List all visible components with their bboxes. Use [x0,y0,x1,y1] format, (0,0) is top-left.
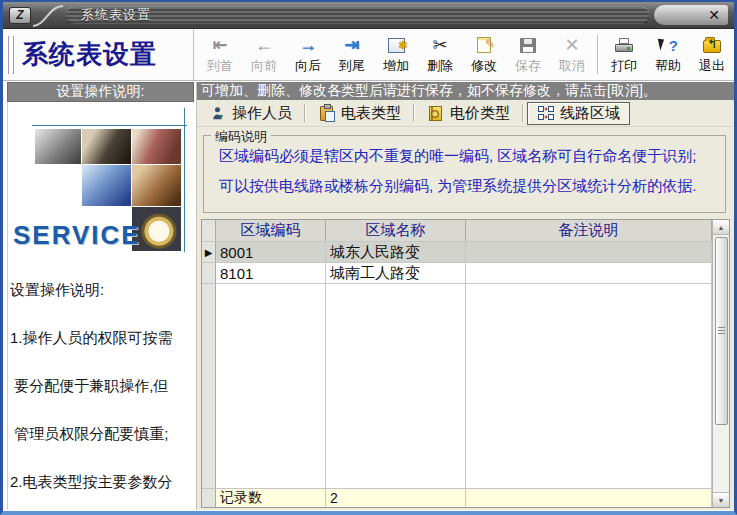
help-button[interactable]: ? 帮助 [646,29,690,80]
instructions-text: 设置操作说明: 1.操作人员的权限可按需 要分配便于兼职操作,但 管理员权限分配… [10,250,194,510]
first-record-button[interactable]: ⇤ 到首 [198,29,242,80]
column-header-note[interactable]: 备注说明 [466,220,712,241]
groupbox-title: 编码说明 [211,128,271,146]
region-blocks-icon [537,105,554,122]
edit-note-icon: ✎ [477,34,491,56]
prev-record-button[interactable]: ← 向前 [242,29,286,80]
tab-separator [413,104,415,122]
scrollbar-thumb[interactable] [715,237,728,425]
tab-operators[interactable]: 操作人员 [200,102,301,125]
column-header-code[interactable]: 区域编码 [216,220,326,241]
toolbar-gripper [6,36,9,74]
main-area: 设置操作说明: SERVICE 设置操作说明: 1.操作人员的权限可按需 要分配… [3,81,734,511]
cell-name: 城东人民路变 [326,242,466,262]
collage-keyboard-image [82,165,131,206]
delete-button[interactable]: ✂ 删除 [418,29,462,80]
category-tabs: 操作人员 电表类型 电价类型 [197,100,734,127]
add-button[interactable]: ✱ 增加 [374,29,418,80]
price-book-icon [427,105,444,122]
person-icon [209,105,226,122]
grid-body: 区域编码 区域名称 备注说明 ▶ 8001 城东人民路变 8101 城南工人路变 [202,220,712,507]
printer-icon [615,34,633,56]
cancel-button[interactable]: ✕ 取消 [550,29,594,80]
titlebar-curve-left [31,2,65,28]
sidebar: 设置操作说明: SERVICE 设置操作说明: 1.操作人员的权限可按需 要分配… [7,82,194,510]
cell-note [466,242,712,262]
vertical-scrollbar[interactable]: ▲ ▼ [712,220,729,507]
decor-line-vertical [184,108,185,252]
print-button[interactable]: 打印 [602,29,646,80]
titlebar: Z 系统表设置 ✕ [3,2,734,29]
first-record-icon: ⇤ [212,34,227,56]
decor-line-horizontal [32,125,187,126]
add-grid-icon: ✱ [388,34,405,56]
next-record-button[interactable]: → 向后 [286,29,330,80]
grid-empty-area [202,284,712,488]
collage-hand-image [132,165,181,206]
tab-price-types[interactable]: 电价类型 [418,102,519,125]
cell-note [466,263,712,283]
clipboard-icon [318,105,335,122]
next-record-icon: → [299,34,317,56]
cell-code: 8101 [216,263,326,283]
tab-separator [522,104,524,122]
scissors-icon: ✂ [432,34,447,56]
table-row[interactable]: ▶ 8001 城东人民路变 [202,242,712,263]
toolbar-buttons: ⇤ 到首 ← 向前 → 向后 ⇥ 到尾 ✱ 增加 ✂ [194,29,734,80]
toolbar-separator [597,35,599,74]
grid-header-row: 区域编码 区域名称 备注说明 [202,220,712,242]
last-record-button[interactable]: ⇥ 到尾 [330,29,374,80]
close-icon[interactable]: ✕ [708,8,720,22]
row-indicator [202,263,216,283]
row-marker-icon: ▶ [202,242,216,262]
app-title-panel: 系统表设置 [3,29,194,80]
window-title: 系统表设置 [81,6,151,24]
groupbox-line: 区域编码必须是辖区内不重复的唯一编码, 区域名称可自行命名便于识别; [219,147,725,166]
sidebar-body: SERVICE 设置操作说明: 1.操作人员的权限可按需 要分配便于兼职操作,但… [7,102,194,510]
record-count-label: 记录数 [216,489,326,507]
exit-button[interactable]: ↰ 退出 [690,29,734,80]
cancel-x-icon: ✕ [564,34,579,56]
toolbar-gripper [11,36,14,74]
titlebar-band: 系统表设置 [65,6,650,25]
tab-separator [304,104,306,122]
tab-meter-types[interactable]: 电表类型 [309,102,410,125]
scroll-down-icon[interactable]: ▼ [713,492,729,507]
collage-pen-image [82,129,131,164]
cell-code: 8001 [216,242,326,262]
service-logo-text: SERVICE [13,220,141,251]
tab-line-regions[interactable]: 线路区域 [527,102,630,125]
groupbox-line: 可以按供电线路或楼栋分别编码, 为管理系统提供分区域统计分析的依据. [219,177,725,196]
grid-corner [202,220,216,241]
region-grid: 区域编码 区域名称 备注说明 ▶ 8001 城东人民路变 8101 城南工人路变 [201,219,730,508]
app-window: Z 系统表设置 ✕ 系统表设置 ⇤ 到首 ← 向前 → [0,0,737,515]
collage-straps-image [132,129,181,164]
help-cursor-icon: ? [658,34,678,56]
scroll-up-icon[interactable]: ▲ [713,220,729,235]
floppy-icon [520,34,536,56]
exit-folder-icon: ↰ [703,34,721,56]
notice-bar: 可增加、删除、修改各类型后请进行保存，如不保存修改，请点击[取消]。 [197,82,734,100]
page-title: 系统表设置 [22,37,157,72]
content-panel: 可增加、删除、修改各类型后请进行保存，如不保存修改，请点击[取消]。 操作人员 … [196,82,734,510]
column-header-name[interactable]: 区域名称 [326,220,466,241]
last-record-icon: ⇥ [344,34,359,56]
toolbar: 系统表设置 ⇤ 到首 ← 向前 → 向后 ⇥ 到尾 ✱ [3,29,734,81]
coding-note-groupbox: 编码说明 区域编码必须是辖区内不重复的唯一编码, 区域名称可自行命名便于识别; … [203,135,726,213]
app-logo-icon: Z [9,7,31,24]
collage-tools-image [35,129,81,164]
cell-name: 城南工人路变 [326,263,466,283]
titlebar-right: ✕ [654,5,728,25]
grid-footer-row: 记录数 2 [202,488,712,507]
table-row[interactable]: 8101 城南工人路变 [202,263,712,284]
save-button[interactable]: 保存 [506,29,550,80]
sidebar-header: 设置操作说明: [7,82,194,102]
modify-button[interactable]: ✎ 修改 [462,29,506,80]
record-count-value: 2 [326,489,466,507]
prev-record-icon: ← [255,34,273,56]
